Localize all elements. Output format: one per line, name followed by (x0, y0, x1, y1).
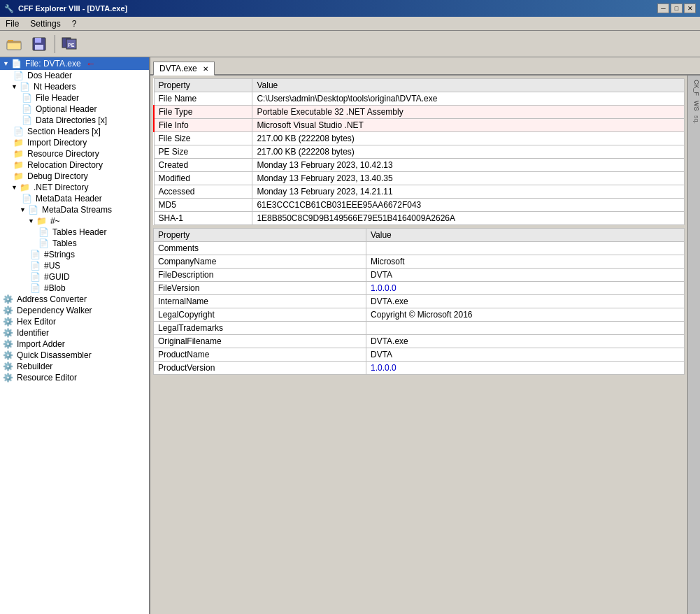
maximize-button[interactable]: □ (671, 3, 683, 13)
open-button[interactable] (3, 34, 25, 55)
value-cell: 1E8B850C8C9D9B149566E79E51B4164009A2626A (252, 212, 685, 225)
tab-dvta[interactable]: DVTA.exe ✕ (153, 62, 215, 76)
window-controls[interactable]: ─ □ ✕ (657, 3, 696, 13)
tree-item-strings[interactable]: 📄#Strings (0, 249, 149, 260)
tree-item-section-headers[interactable]: 📄Section Headers [x] (0, 126, 149, 137)
table-row: ProductNameDVTA (154, 348, 685, 362)
minimize-button[interactable]: ─ (657, 3, 669, 13)
menu-help[interactable]: ? (69, 19, 80, 29)
extra-text-3: sq. (692, 114, 700, 125)
table-row: Comments (154, 242, 685, 255)
tree-item-file-dvta[interactable]: ▼📄File: DVTA.exe← (0, 57, 149, 70)
svg-rect-5 (35, 45, 43, 50)
link-value[interactable]: 1.0.0.0 (371, 363, 397, 373)
extra-text-2: WS (692, 99, 700, 113)
tree-label: MetaData Header (36, 194, 102, 204)
tree-item-dos-header[interactable]: 📄Dos Header (0, 70, 149, 81)
folder-icon: 📁 (13, 138, 24, 148)
tree-label: Tables (52, 238, 77, 248)
value-cell: Monday 13 February 2023, 10.42.13 (252, 159, 685, 172)
expand-icon: ▼ (11, 83, 17, 90)
node-icon: 📄 (28, 205, 38, 215)
node-icon: 📄 (38, 238, 49, 248)
tab-close-button[interactable]: ✕ (203, 65, 208, 73)
tree-item-quick-disassembler[interactable]: ⚙️Quick Disassembler (0, 350, 149, 361)
value-cell: Monday 13 February 2023, 14.21.11 (252, 185, 685, 199)
tree-item-identifier[interactable]: ⚙️Identifier (0, 327, 149, 338)
node-icon: 📄 (22, 93, 32, 103)
tree-item-import-directory[interactable]: 📁Import Directory (0, 137, 149, 148)
tree-item-blob[interactable]: 📄#Blob (0, 283, 149, 294)
tree-item-dependency-walker[interactable]: ⚙️Dependency Walker (0, 305, 149, 316)
tree-item-metadata-streams[interactable]: ▼📄MetaData Streams (0, 204, 149, 215)
value-cell: DVTA.exe (366, 295, 684, 308)
svg-text:PE: PE (68, 43, 75, 48)
tree-label: Dependency Walker (17, 306, 92, 315)
node-icon: 📄 (13, 127, 24, 136)
tree-item-address-converter[interactable]: ⚙️Address Converter (0, 294, 149, 305)
property-cell: ProductName (154, 348, 366, 362)
tree-item-tables[interactable]: 📄Tables (0, 238, 149, 249)
tree-item-resource-editor[interactable]: ⚙️Resource Editor (0, 372, 149, 383)
tab-bar: DVTA.exe ✕ (150, 57, 700, 76)
folder-icon: 📁 (20, 183, 30, 192)
table-row: SHA-11E8B850C8C9D9B149566E79E51B4164009A… (154, 212, 685, 225)
tree-label: Import Directory (27, 138, 87, 148)
menu-bar: File Settings ? (0, 17, 700, 31)
tree-label: MetaData Streams (42, 205, 112, 215)
menu-file[interactable]: File (3, 19, 22, 29)
tree-label: Import Adder (17, 339, 65, 349)
value-cell (366, 322, 684, 335)
tree-label: File Header (36, 93, 79, 103)
property-cell: LegalCopyright (154, 308, 366, 322)
folder-icon: 📁 (13, 149, 24, 159)
table-row: CreatedMonday 13 February 2023, 10.42.13 (154, 159, 685, 172)
tree-item-import-adder[interactable]: ⚙️Import Adder (0, 338, 149, 350)
table-row: LegalTrademarks (154, 322, 685, 335)
tree-item-relocation-directory[interactable]: 📁Relocation Directory (0, 159, 149, 171)
tree-item-hex-editor[interactable]: ⚙️Hex Editor (0, 316, 149, 327)
tree-item-debug-directory[interactable]: 📁Debug Directory (0, 171, 149, 182)
property-cell: FileDescription (154, 269, 366, 282)
value-cell: DVTA (366, 269, 684, 282)
tree-item-file-header[interactable]: 📄File Header (0, 92, 149, 103)
tool-icon: ⚙️ (3, 339, 13, 349)
node-icon: 📄 (22, 115, 32, 125)
content-area: Property Value File NameC:\Users\admin\D… (150, 76, 687, 614)
link-value[interactable]: 1.0.0.0 (371, 283, 397, 293)
tree-item-hash[interactable]: ▼📁#~ (0, 215, 149, 227)
pe-button[interactable]: PE (59, 34, 82, 55)
tree-panel: ▼📄File: DVTA.exe← 📄Dos Header▼📄Nt Header… (0, 57, 150, 614)
main-layout: ▼📄File: DVTA.exe← 📄Dos Header▼📄Nt Header… (0, 57, 700, 614)
tree-label: Section Headers [x] (27, 127, 101, 136)
node-icon: 📄 (22, 104, 32, 114)
tree-item-guid[interactable]: 📄#GUID (0, 271, 149, 283)
table-row: LegalCopyrightCopyright © Microsoft 2016 (154, 308, 685, 322)
tree-item-resource-directory[interactable]: 📁Resource Directory (0, 148, 149, 159)
tree-item-net-directory[interactable]: ▼📁.NET Directory (0, 182, 149, 193)
tree-item-nt-headers[interactable]: ▼📄Nt Headers (0, 81, 149, 92)
node-icon: 📄 (20, 82, 30, 92)
tree-item-optional-header[interactable]: 📄Optional Header (0, 103, 149, 115)
app-title: CFF Explorer VIII - [DVTA.exe] (18, 4, 127, 13)
tree-item-data-directories[interactable]: 📄Data Directories [x] (0, 115, 149, 126)
file-info-table: Property Value File NameC:\Users\admin\D… (153, 78, 685, 225)
tree-item-rebuilder[interactable]: ⚙️Rebuilder (0, 361, 149, 372)
tree-item-metadata-header[interactable]: 📄MetaData Header (0, 193, 149, 204)
property-cell: PE Size (154, 145, 252, 159)
close-button[interactable]: ✕ (684, 3, 696, 13)
menu-settings[interactable]: Settings (27, 19, 63, 29)
node-icon: 📄 (38, 227, 49, 237)
value-cell: Microsoft Visual Studio .NET (252, 119, 685, 132)
node-icon: 📄 (13, 71, 24, 80)
tool-icon: ⚙️ (3, 362, 13, 371)
property-cell: InternalName (154, 295, 366, 308)
tree-label: Debug Directory (27, 171, 88, 181)
node-icon: 📄 (30, 261, 41, 271)
app-icon: 🔧 (4, 4, 14, 13)
tree-label: .NET Directory (34, 183, 88, 192)
save-button[interactable] (28, 34, 50, 55)
value-cell: C:\Users\admin\Desktop\tools\original\DV… (252, 92, 685, 106)
tree-item-tables-header[interactable]: 📄Tables Header (0, 227, 149, 238)
tree-item-us[interactable]: 📄#US (0, 260, 149, 271)
